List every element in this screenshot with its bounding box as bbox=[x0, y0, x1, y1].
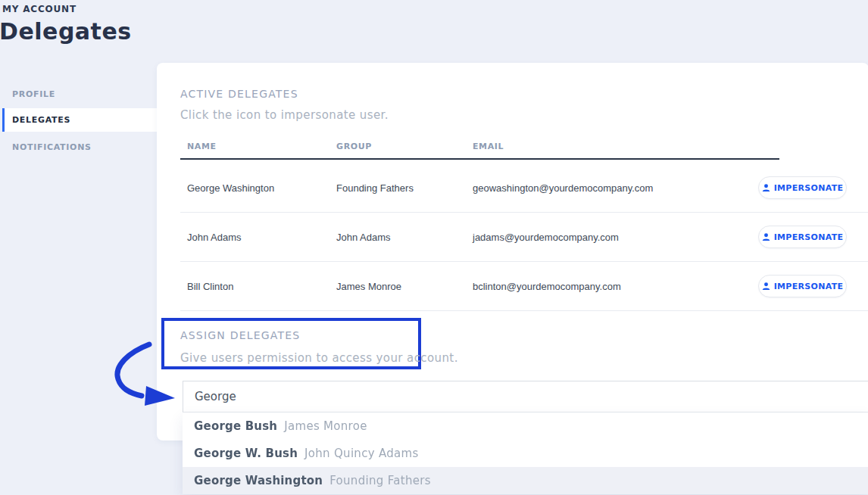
delegate-name: George Washington bbox=[187, 182, 274, 194]
row-divider bbox=[180, 261, 868, 262]
suggestion-name: George Bush bbox=[194, 419, 277, 433]
sidebar-item-profile[interactable]: PROFILE bbox=[12, 89, 55, 99]
impersonate-button[interactable]: IMPERSONATE bbox=[758, 176, 847, 199]
delegate-group: Founding Fathers bbox=[336, 182, 414, 194]
assign-delegates-title: ASSIGN DELEGATES bbox=[180, 329, 300, 341]
delegate-group: James Monroe bbox=[336, 281, 401, 292]
active-delegates-title: ACTIVE DELEGATES bbox=[180, 88, 298, 100]
sidebar-item-notifications[interactable]: NOTIFICATIONS bbox=[12, 142, 92, 152]
user-icon bbox=[762, 233, 770, 241]
impersonate-button-label: IMPERSONATE bbox=[774, 183, 844, 193]
delegate-search-input[interactable] bbox=[183, 381, 868, 412]
sidebar-item-delegates[interactable]: DELEGATES bbox=[2, 108, 157, 132]
delegate-group: John Adams bbox=[336, 232, 391, 243]
delegate-email: bclinton@yourdemocompany.com bbox=[473, 281, 621, 292]
impersonate-button[interactable]: IMPERSONATE bbox=[758, 275, 847, 297]
suggestion-item[interactable]: George W. Bush John Quincy Adams bbox=[183, 440, 868, 467]
delegate-email: geowashington@yourdemocompany.com bbox=[473, 182, 653, 194]
row-divider bbox=[180, 212, 868, 213]
page-title: Delegates bbox=[0, 18, 132, 45]
impersonate-button[interactable]: IMPERSONATE bbox=[758, 226, 847, 248]
column-header-group: GROUP bbox=[336, 142, 372, 151]
row-divider bbox=[180, 310, 868, 311]
user-icon bbox=[762, 282, 770, 291]
active-delegates-subtitle: Click the icon to impersonate user. bbox=[180, 108, 389, 122]
assign-delegates-subtitle: Give users permission to access your acc… bbox=[180, 351, 458, 365]
delegate-email: jadams@yourdemocompany.com bbox=[473, 232, 619, 243]
breadcrumb-my-account: MY ACCOUNT bbox=[2, 4, 76, 14]
suggestion-group: John Quincy Adams bbox=[304, 447, 419, 460]
delegate-name: Bill Clinton bbox=[187, 281, 233, 292]
delegates-card: ACTIVE DELEGATES Click the icon to imper… bbox=[157, 63, 868, 441]
suggestion-name: George W. Bush bbox=[194, 447, 298, 460]
suggestion-item-highlighted[interactable]: George Washington Founding Fathers bbox=[183, 467, 868, 494]
user-icon bbox=[762, 184, 770, 192]
annotation-arrow-icon bbox=[107, 332, 190, 410]
delegate-search-field bbox=[183, 381, 868, 412]
table-header-underline bbox=[180, 158, 779, 160]
delegate-suggestions-dropdown: George Bush James Monroe George W. Bush … bbox=[183, 412, 868, 494]
sidebar-item-delegates-label: DELEGATES bbox=[12, 115, 70, 125]
suggestion-group: Founding Fathers bbox=[329, 474, 431, 487]
column-header-name: NAME bbox=[187, 142, 217, 151]
column-header-email: EMAIL bbox=[473, 142, 504, 151]
suggestion-name: George Washington bbox=[194, 474, 323, 487]
impersonate-button-label: IMPERSONATE bbox=[774, 282, 844, 291]
suggestion-group: James Monroe bbox=[284, 419, 367, 433]
delegate-name: John Adams bbox=[187, 232, 242, 243]
impersonate-button-label: IMPERSONATE bbox=[774, 232, 844, 242]
suggestion-item[interactable]: George Bush James Monroe bbox=[183, 412, 868, 440]
